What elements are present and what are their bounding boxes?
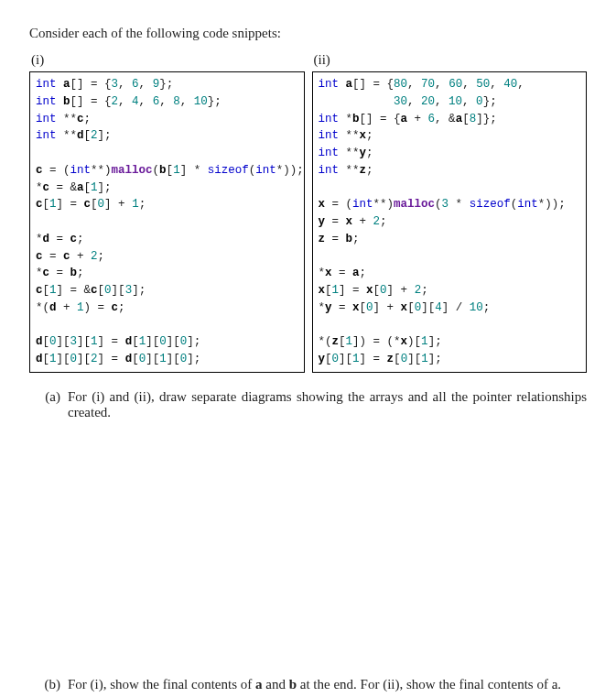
code-box-left: int a[] = {3, 6, 9}; int b[] = {2, 4, 6,… [29,71,305,373]
part-b-prefix: For (i), show the final contents of [68,677,255,692]
intro-text: Consider each of the following code snip… [29,26,587,41]
snippet-left-col: (i) int a[] = {3, 6, 9}; int b[] = {2, 4… [29,49,305,373]
part-b-var-b: b [289,677,297,692]
sub-questions: (a) For (i) and (ii), draw separate diag… [29,389,587,692]
part-b-and: and [262,677,288,692]
right-roman-label: (ii) [314,52,588,68]
part-b: (b) For (i), show the final contents of … [29,677,587,692]
part-b-label: (b) [29,677,68,692]
snippet-row: (i) int a[] = {3, 6, 9}; int b[] = {2, 4… [29,49,587,373]
part-b-mid: at the end. For (ii), show the final con… [297,677,561,692]
left-roman-label: (i) [31,52,305,68]
code-box-right: int a[] = {80, 70, 60, 50, 40, 30, 20, 1… [312,71,588,373]
snippet-right-col: (ii) int a[] = {80, 70, 60, 50, 40, 30, … [312,49,588,373]
part-a: (a) For (i) and (ii), draw separate diag… [29,389,587,420]
part-b-text: For (i), show the final contents of a an… [68,677,587,692]
part-a-text: For (i) and (ii), draw separate diagrams… [68,389,587,420]
part-a-label: (a) [29,389,68,405]
